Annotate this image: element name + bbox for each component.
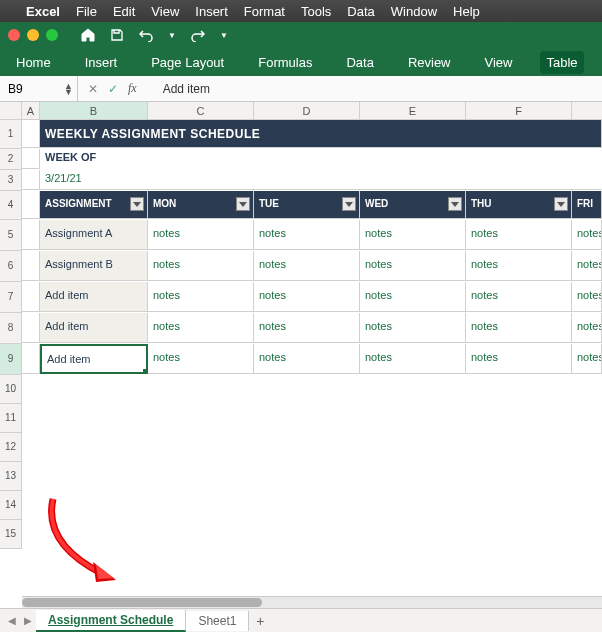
row-header[interactable]: 13	[0, 462, 22, 491]
tab-review[interactable]: Review	[402, 51, 457, 74]
redo-dropdown-icon[interactable]: ▼	[220, 31, 228, 40]
col-header-f[interactable]: F	[466, 102, 572, 119]
row-header[interactable]: 8	[0, 313, 22, 344]
cell[interactable]: notes	[148, 220, 254, 250]
filter-icon[interactable]	[554, 197, 568, 211]
cell[interactable]	[22, 344, 40, 374]
week-of-date[interactable]: 3/21/21	[40, 170, 602, 190]
select-all-button[interactable]	[0, 102, 22, 119]
tab-view[interactable]: View	[479, 51, 519, 74]
horizontal-scrollbar[interactable]	[22, 596, 602, 608]
cell[interactable]	[22, 433, 602, 461]
menu-file[interactable]: File	[76, 4, 97, 19]
sheet-tab-active[interactable]: Assignment Schedule	[36, 610, 186, 632]
cell[interactable]: notes	[254, 251, 360, 281]
zoom-button[interactable]	[46, 29, 58, 41]
undo-dropdown-icon[interactable]: ▼	[168, 31, 176, 40]
cell[interactable]	[22, 282, 40, 312]
minimize-button[interactable]	[27, 29, 39, 41]
tab-home[interactable]: Home	[10, 51, 57, 74]
cell[interactable]	[22, 170, 40, 190]
tab-page-layout[interactable]: Page Layout	[145, 51, 230, 74]
row-header[interactable]: 9	[0, 344, 22, 375]
row-header[interactable]: 11	[0, 404, 22, 433]
menu-data[interactable]: Data	[347, 4, 374, 19]
cell[interactable]: notes	[254, 344, 360, 374]
menu-help[interactable]: Help	[453, 4, 480, 19]
save-icon[interactable]	[110, 28, 124, 42]
cell[interactable]: notes	[466, 282, 572, 312]
tab-insert[interactable]: Insert	[79, 51, 124, 74]
formula-input[interactable]: Add item	[157, 82, 602, 96]
row-header[interactable]: 15	[0, 520, 22, 549]
cell[interactable]: notes	[572, 251, 602, 281]
cell[interactable]	[22, 491, 602, 519]
cell[interactable]: notes	[572, 344, 602, 374]
col-header-e[interactable]: E	[360, 102, 466, 119]
row-header[interactable]: 4	[0, 191, 22, 220]
cell[interactable]: notes	[148, 344, 254, 374]
enter-icon[interactable]: ✓	[108, 82, 118, 96]
cell-assignment[interactable]: Add item	[40, 313, 148, 343]
cell[interactable]: notes	[466, 220, 572, 250]
fx-icon[interactable]: fx	[128, 81, 137, 96]
cell[interactable]	[22, 375, 602, 403]
menu-format[interactable]: Format	[244, 4, 285, 19]
col-header-a[interactable]: A	[22, 102, 40, 119]
cell[interactable]	[22, 220, 40, 250]
row-header[interactable]: 1	[0, 120, 22, 149]
col-header-c[interactable]: C	[148, 102, 254, 119]
cell[interactable]: notes	[572, 220, 602, 250]
cell-assignment[interactable]: Assignment A	[40, 220, 148, 250]
redo-icon[interactable]	[190, 28, 206, 42]
filter-icon[interactable]	[342, 197, 356, 211]
title-cell[interactable]: WEEKLY ASSIGNMENT SCHEDULE	[40, 120, 602, 148]
cell[interactable]: notes	[466, 344, 572, 374]
header-mon[interactable]: MON	[148, 191, 254, 219]
app-menu[interactable]: Excel	[26, 4, 60, 19]
row-header[interactable]: 3	[0, 170, 22, 191]
cell[interactable]: notes	[148, 313, 254, 343]
name-box-dropdown-icon[interactable]: ▲▼	[64, 83, 73, 95]
filter-icon[interactable]	[448, 197, 462, 211]
cancel-icon[interactable]: ✕	[88, 82, 98, 96]
menu-tools[interactable]: Tools	[301, 4, 331, 19]
cell[interactable]	[22, 120, 40, 148]
cell[interactable]: notes	[360, 282, 466, 312]
cell[interactable]: notes	[466, 251, 572, 281]
cell[interactable]: notes	[148, 282, 254, 312]
cell[interactable]	[22, 191, 40, 219]
tab-formulas[interactable]: Formulas	[252, 51, 318, 74]
filter-icon[interactable]	[236, 197, 250, 211]
scrollbar-thumb[interactable]	[22, 598, 262, 607]
home-icon[interactable]	[80, 27, 96, 43]
header-assignment[interactable]: ASSIGNMENT	[40, 191, 148, 219]
cell[interactable]: notes	[572, 313, 602, 343]
header-thu[interactable]: THU	[466, 191, 572, 219]
menu-view[interactable]: View	[151, 4, 179, 19]
cell[interactable]	[22, 520, 602, 548]
sheet-nav-prev[interactable]: ◀	[4, 613, 20, 629]
week-of-label[interactable]: WEEK OF	[40, 149, 602, 169]
cell[interactable]: notes	[360, 251, 466, 281]
sheet-nav-next[interactable]: ▶	[20, 613, 36, 629]
menu-edit[interactable]: Edit	[113, 4, 135, 19]
cell[interactable]: notes	[360, 344, 466, 374]
header-fri[interactable]: FRI	[572, 191, 602, 219]
cell[interactable]: notes	[148, 251, 254, 281]
sheet-tab-sheet1[interactable]: Sheet1	[186, 611, 249, 631]
cell[interactable]: notes	[254, 220, 360, 250]
col-header-d[interactable]: D	[254, 102, 360, 119]
tab-table[interactable]: Table	[540, 51, 583, 74]
menu-window[interactable]: Window	[391, 4, 437, 19]
row-header[interactable]: 12	[0, 433, 22, 462]
cell[interactable]: notes	[254, 313, 360, 343]
row-header[interactable]: 7	[0, 282, 22, 313]
tab-data[interactable]: Data	[340, 51, 379, 74]
close-button[interactable]	[8, 29, 20, 41]
cell[interactable]	[22, 462, 602, 490]
row-header[interactable]: 5	[0, 220, 22, 251]
filter-icon[interactable]	[130, 197, 144, 211]
active-cell[interactable]: Add item	[40, 344, 148, 374]
cell[interactable]	[22, 404, 602, 432]
